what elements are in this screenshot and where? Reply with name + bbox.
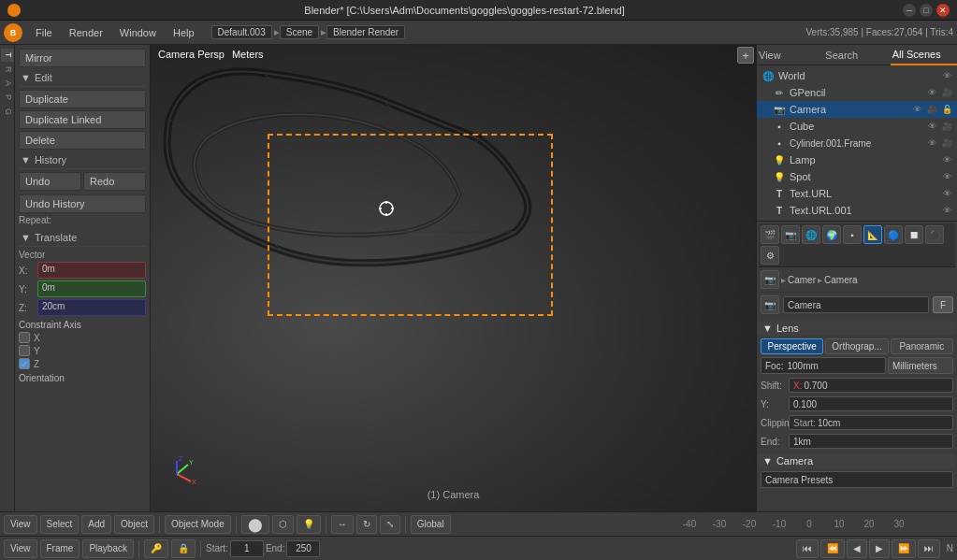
prop-part-btn[interactable]: ⚫ xyxy=(925,225,944,244)
camera-data-field[interactable]: Camera xyxy=(783,296,929,313)
wireframe-mode-btn[interactable]: ⬡ xyxy=(272,515,294,534)
transform-btn[interactable]: ↔ xyxy=(331,515,354,534)
step-back-btn[interactable]: ⏪ xyxy=(820,539,845,558)
cube-render-btn[interactable]: 🎥 xyxy=(940,120,953,133)
rotate-btn[interactable]: ↻ xyxy=(356,515,377,534)
translate-section-header[interactable]: ▼ Translate xyxy=(19,229,146,247)
solid-mode-btn[interactable]: ⬤ xyxy=(241,515,269,534)
texturl001-vis-btn[interactable]: 👁 xyxy=(940,204,953,217)
viewport-add-button[interactable]: + xyxy=(737,47,754,64)
f-button[interactable]: F xyxy=(933,296,953,313)
context-camera[interactable]: Camera xyxy=(824,275,858,285)
spot-vis-btn[interactable]: 👁 xyxy=(940,170,953,183)
workspace-selector[interactable]: Default.003 xyxy=(211,25,272,39)
history-section-header[interactable]: ▼ History xyxy=(19,151,146,169)
timeline-view-btn[interactable]: View xyxy=(4,539,37,558)
camera-render-btn[interactable]: 🎥 xyxy=(925,103,938,116)
scene-selector[interactable]: Scene xyxy=(280,25,319,39)
menu-window[interactable]: Window xyxy=(112,25,164,40)
cylinder-vis-btn[interactable]: 👁 xyxy=(925,136,938,150)
gpencil-render-btn[interactable]: 🎥 xyxy=(940,86,953,99)
minimize-button[interactable]: ─ xyxy=(903,4,916,17)
menu-help[interactable]: Help xyxy=(166,25,202,40)
maximize-button[interactable]: □ xyxy=(920,4,933,17)
engine-selector[interactable]: Blender Render xyxy=(326,25,405,39)
gpencil-vis-btn[interactable]: 👁 xyxy=(925,86,938,99)
tree-item-spot[interactable]: 💡 Spot 👁 xyxy=(757,168,957,185)
menu-render[interactable]: Render xyxy=(62,25,110,40)
prop-scene2-btn[interactable]: 🌐 xyxy=(802,225,820,244)
object-mode-select[interactable]: Object Mode xyxy=(165,515,231,534)
mm-selector[interactable]: Millimeters xyxy=(888,357,953,374)
timeline-playback-btn[interactable]: Playback xyxy=(82,539,134,558)
viewport-view-btn[interactable]: View xyxy=(4,515,37,534)
prop-world-btn[interactable]: 🌍 xyxy=(822,225,841,244)
global-select[interactable]: Global xyxy=(411,515,451,534)
play-back-btn[interactable]: ◀ xyxy=(847,539,867,558)
end-input[interactable]: 250 xyxy=(286,540,320,557)
viewport-add-btn[interactable]: Add xyxy=(81,515,111,534)
view-tab[interactable]: View xyxy=(757,45,823,65)
close-button[interactable]: ✕ xyxy=(936,4,950,17)
tree-item-texturl[interactable]: T Text.URL 👁 xyxy=(757,185,957,202)
tree-item-texturl001[interactable]: T Text.URL.001 👁 xyxy=(757,202,957,219)
camera-presets-input[interactable]: Camera Presets xyxy=(761,471,953,488)
foc-input[interactable]: Foc: 100mm xyxy=(761,357,886,374)
lamp-vis-btn[interactable]: 👁 xyxy=(940,153,953,166)
rendered-mode-btn[interactable]: 💡 xyxy=(297,515,321,534)
undo-history-button[interactable]: Undo History xyxy=(19,194,146,213)
timeline-icon-2[interactable]: 🔒 xyxy=(171,539,196,558)
tree-item-gpencil[interactable]: ✏ GPencil 👁 🎥 xyxy=(757,84,957,101)
jump-end-btn[interactable]: ⏭ xyxy=(918,539,940,558)
all-scenes-tab[interactable]: All Scenes xyxy=(891,45,957,65)
tree-item-cube[interactable]: ▪ Cube 👁 🎥 xyxy=(757,118,957,135)
z-axis-checkbox[interactable]: ✓ xyxy=(19,358,30,369)
delete-button[interactable]: Delete xyxy=(19,131,146,150)
jump-start-btn[interactable]: ⏮ xyxy=(796,539,819,558)
x-input[interactable]: 0m xyxy=(37,262,146,279)
prop-mat-btn[interactable]: 🔵 xyxy=(884,225,903,244)
duplicate-button[interactable]: Duplicate xyxy=(19,90,146,108)
viewport-object-btn[interactable]: Object xyxy=(114,515,154,534)
left-tab-grease[interactable]: G xyxy=(1,105,14,119)
z-input[interactable]: 20cm xyxy=(37,299,146,316)
camera-vis-btn[interactable]: 👁 xyxy=(910,103,923,116)
prop-scene-btn[interactable]: 🎬 xyxy=(761,225,779,244)
prop-phys-btn[interactable]: ⚙ xyxy=(761,246,779,265)
3d-viewport[interactable]: Camera Persp Meters + X Y Z (1) Camera xyxy=(151,45,756,511)
left-tab-rela[interactable]: R xyxy=(1,63,14,77)
left-tab-anim[interactable]: A xyxy=(1,77,14,90)
left-tab-tools[interactable]: T xyxy=(1,49,14,62)
left-tab-phys[interactable]: P xyxy=(1,91,14,104)
y-axis-checkbox[interactable] xyxy=(19,345,30,356)
perspective-tab[interactable]: Perspective xyxy=(761,338,823,354)
x-axis-checkbox[interactable] xyxy=(19,332,30,343)
search-tab[interactable]: Search xyxy=(823,45,890,65)
edit-section-header[interactable]: ▼ Edit xyxy=(19,69,146,87)
prop-object-btn[interactable]: ▪ xyxy=(843,225,862,244)
tree-item-world[interactable]: 🌐 World 👁 xyxy=(757,67,957,84)
lens-header[interactable]: ▼ Lens xyxy=(759,321,955,336)
context-camer[interactable]: Camer xyxy=(788,275,816,285)
y-input[interactable]: 0m xyxy=(37,280,146,297)
prop-tex-btn[interactable]: 🔲 xyxy=(905,225,923,244)
start-input[interactable]: 1 xyxy=(230,540,264,557)
scale-btn[interactable]: ⤡ xyxy=(380,515,400,534)
panoramic-tab[interactable]: Panoramic xyxy=(891,338,953,354)
menu-file[interactable]: File xyxy=(28,25,60,40)
breadcrumb-icon[interactable]: 📷 xyxy=(761,270,779,289)
timeline-icon-1[interactable]: 🔑 xyxy=(144,539,168,558)
tree-item-camera[interactable]: 📷 Camera 👁 🎥 🔓 xyxy=(757,101,957,118)
step-fwd-btn[interactable]: ⏩ xyxy=(892,539,916,558)
prop-data-btn[interactable]: 📐 xyxy=(863,225,882,244)
prop-render-btn[interactable]: 📷 xyxy=(781,225,800,244)
undo-button[interactable]: Undo xyxy=(19,172,81,191)
mirror-button[interactable]: Mirror xyxy=(19,49,146,67)
play-btn[interactable]: ▶ xyxy=(869,539,890,558)
camera-section-header[interactable]: ▼ Camera xyxy=(759,453,955,468)
world-vis-btn[interactable]: 👁 xyxy=(940,69,953,82)
tree-item-cylinder[interactable]: ▪ Cylinder.001.Frame 👁 🎥 xyxy=(757,135,957,151)
camera-lock-btn[interactable]: 🔓 xyxy=(940,103,953,116)
orthographic-tab[interactable]: Orthograp... xyxy=(825,338,888,354)
redo-button[interactable]: Redo xyxy=(83,172,146,191)
